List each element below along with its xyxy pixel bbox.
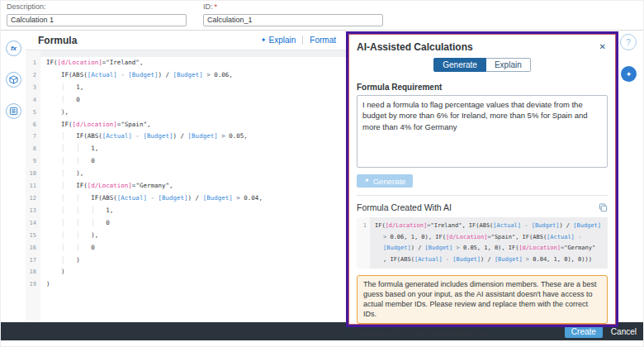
close-icon[interactable]: ✕ [598, 40, 608, 53]
code-line: 6 IF([d/Location]="Spain", [26, 119, 346, 131]
generate-button[interactable]: ✦ Generate [357, 174, 413, 188]
code-line: 13 │ │ │ 1, [26, 205, 346, 217]
format-button-label: Format [310, 36, 336, 45]
id-input[interactable] [203, 14, 383, 26]
data-model-icon[interactable] [6, 72, 21, 88]
explain-button[interactable]: ✦ Explain [254, 36, 303, 45]
ai-sparkle-icon: ✦ [261, 37, 267, 44]
ai-panel-title: AI-Assisted Calculations [357, 41, 473, 53]
code-line: 3 │ 1, [26, 82, 346, 94]
code-line: 4 │ 0 [26, 94, 346, 107]
code-line: 2 IF(ABS([Actual] - [Budget]) / [Budget]… [26, 69, 346, 82]
generate-button-label: Generate [373, 177, 406, 186]
code-line: 18 ) [26, 266, 346, 278]
list-panel-icon[interactable] [6, 103, 21, 119]
left-toolbar: fx [1, 31, 26, 321]
code-line: 10 │ ), [26, 168, 346, 180]
header-bar: Description: ID:* [1, 1, 643, 31]
code-line: 16 │ │ 0 [26, 242, 346, 254]
code-line: 11 │ IF([d/Location]="Germany", [26, 180, 346, 193]
code-line: 17 │ ) [26, 254, 346, 267]
copy-icon[interactable] [599, 203, 608, 212]
code-line: 1IF([d/Location]="Ireland", IF(ABS([Actu… [357, 221, 608, 232]
code-line: , IF(ABS([Actual] - [Budget]) / [Budget]… [357, 254, 608, 266]
code-line: 8 │ │ 1, [26, 143, 346, 155]
ai-assisted-calculations-panel: AI-Assisted Calculations ✕ Generate Expl… [346, 31, 618, 327]
formula-editor-icon[interactable]: fx [6, 40, 21, 56]
explain-button-label: Explain [269, 36, 296, 45]
code-line: [Budget]) / [Budget] > 0.05, 1, 0), IF([… [357, 243, 608, 254]
code-line: 15 │ │ ), [26, 230, 346, 242]
required-marker: * [215, 2, 218, 11]
formula-code-editor[interactable]: 1IF([d/Location]="Ireland",2 IF(ABS([Act… [26, 50, 346, 321]
ai-sparkle-icon: ✦ [364, 178, 370, 184]
generated-formula-code[interactable]: 1IF([d/Location]="Ireland", IF(ABS([Actu… [357, 217, 608, 269]
code-line: 1IF([d/Location]="Ireland", [26, 57, 346, 69]
ai-assistant-icon[interactable]: ✦ [621, 66, 637, 82]
code-line: 12 │ │ IF(ABS([Actual] - [Budget]) / [Bu… [26, 193, 346, 205]
result-label: Formula Created With AI [357, 202, 452, 212]
warning-message: The formula generated includes dimension… [357, 275, 608, 324]
code-line: 19) [26, 278, 346, 291]
code-line: 7 │ IF(ABS([Actual] - [Budget]) / [Budge… [26, 131, 346, 143]
ai-mode-tabs: Generate Explain [357, 58, 608, 72]
description-label: Description: [7, 2, 187, 11]
format-button[interactable]: Format [303, 36, 343, 45]
description-input[interactable] [7, 14, 187, 26]
right-toolbar: ? ✦ [617, 31, 643, 321]
calculation-editor-window: Description: ID:* fx Formula ✦ Explain [0, 0, 644, 347]
id-label: ID:* [203, 2, 383, 11]
tab-generate[interactable]: Generate [433, 58, 486, 72]
formula-header-actions: ✦ Explain Format [254, 36, 343, 45]
ai-disclaimer: Created with AI. Verify result before us… [357, 330, 608, 338]
description-field-group: Description: [7, 2, 187, 26]
formula-requirement-input[interactable]: I need a formula to flag percentage valu… [357, 95, 608, 168]
code-line: 9 │ │ 0 [26, 155, 346, 168]
formula-section-header: Formula ✦ Explain Format [26, 31, 346, 50]
formula-requirement-label: Formula Requirement [357, 83, 608, 92]
help-icon[interactable]: ? [620, 34, 637, 50]
code-line: 14 │ │ │ 0 [26, 217, 346, 230]
code-line: 5 ), [26, 107, 346, 119]
result-header: Formula Created With AI [357, 202, 608, 212]
ai-panel-header: AI-Assisted Calculations ✕ [357, 40, 608, 53]
cancel-button[interactable]: Cancel [608, 327, 639, 336]
formula-title: Formula [38, 35, 77, 46]
tab-explain[interactable]: Explain [486, 58, 531, 72]
formula-code-lines: 1IF([d/Location]="Ireland",2 IF(ABS([Act… [26, 57, 346, 291]
code-line: > 0.06, 1, 0), IF([d/Location]="Spain", … [357, 232, 608, 244]
divider [357, 195, 608, 196]
id-field-group: ID:* [203, 2, 383, 26]
